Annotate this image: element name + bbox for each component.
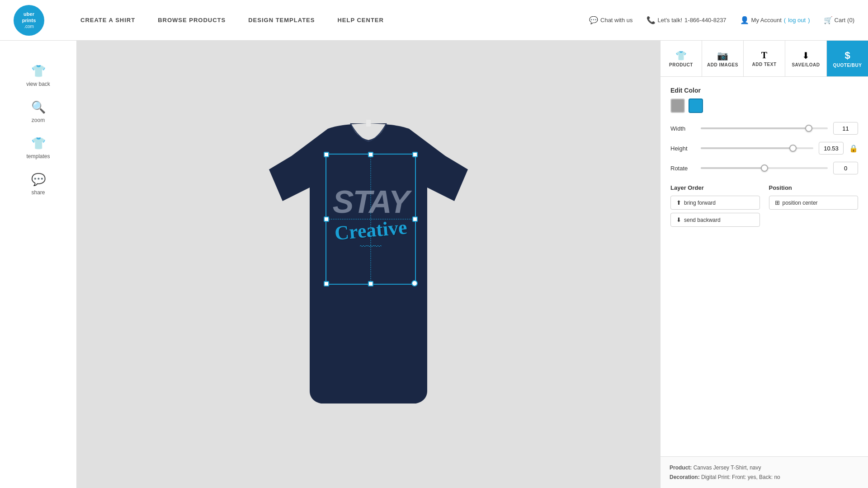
product-info-product: Product: Canvas Jersey T-Shirt, navy (670, 463, 859, 472)
logout-link[interactable]: log out (788, 17, 806, 23)
sidebar-label-view-back: view back (26, 81, 50, 87)
phone-link[interactable]: 📞 Let's talk! 1-866-440-8237 (646, 16, 726, 24)
position-label: Position (769, 184, 859, 191)
layer-position-row: Layer Order ⬆ bring forward ⬇ send backw… (670, 184, 858, 227)
send-backward-button[interactable]: ⬇ send backward (670, 213, 760, 227)
chat-link[interactable]: 💬 Chat with us (589, 16, 633, 24)
header: uber prints .com CREATE A SHIRT BROWSE P… (0, 0, 868, 41)
main-layout: 👕 view back 🔍 zoom 👕 templates 💬 share (0, 41, 868, 488)
sidebar-item-share[interactable]: 💬 share (9, 167, 68, 201)
height-slider-track[interactable] (701, 147, 813, 149)
tab-product-label: Product (669, 62, 693, 67)
canvas-area: STAY Creative 〰〰〰 (77, 41, 660, 488)
nav-design-templates[interactable]: DESIGN TEMPLATES (248, 17, 315, 23)
rotate-slider-track[interactable] (701, 167, 828, 169)
product-label: Product: (670, 465, 692, 471)
bring-forward-button[interactable]: ⬆ bring forward (670, 196, 760, 210)
add-text-icon: T (761, 50, 767, 61)
templates-icon: 👕 (31, 136, 46, 150)
tab-save-load[interactable]: ⬇ Save/Load (785, 41, 827, 76)
nav-browse-products[interactable]: BROWSE PRODUCTS (158, 17, 226, 23)
add-images-icon: 📷 (717, 50, 728, 61)
bring-forward-icon: ⬆ (676, 199, 681, 206)
edit-color-section: Edit Color (670, 87, 858, 113)
account-icon: 👤 (740, 16, 749, 24)
account-link[interactable]: 👤 My Account (log out) (740, 16, 810, 24)
main-nav: CREATE A SHIRT BROWSE PRODUCTS DESIGN TE… (80, 17, 589, 23)
svg-rect-0 (366, 120, 371, 127)
rotate-label: Rotate (670, 165, 695, 172)
tab-quote-buy[interactable]: $ Quote/Buy (827, 41, 868, 76)
tab-add-text-label: Add Text (752, 62, 777, 67)
handle-tr[interactable] (412, 152, 418, 157)
nav-help-center[interactable]: HELP CENTER (337, 17, 384, 23)
chat-icon: 💬 (589, 16, 598, 24)
product-icon: 👕 (675, 50, 687, 61)
rotate-input[interactable] (833, 162, 858, 174)
width-slider-thumb[interactable] (805, 125, 812, 132)
sidebar-item-zoom[interactable]: 🔍 zoom (9, 95, 68, 129)
zoom-icon: 🔍 (31, 100, 46, 114)
tab-save-load-label: Save/Load (792, 62, 820, 67)
send-backward-label: send backward (684, 217, 721, 223)
phone-icon: 📞 (646, 16, 656, 24)
share-icon: 💬 (31, 173, 46, 187)
position-center-button[interactable]: ⊞ position center (769, 196, 859, 210)
height-label: Height (670, 145, 695, 152)
position-center-label: position center (783, 200, 818, 206)
edit-color-label: Edit Color (670, 87, 858, 94)
handle-bl[interactable] (324, 281, 329, 286)
sidebar-item-view-back[interactable]: 👕 view back (9, 59, 68, 93)
tab-add-images-label: Add Images (707, 62, 738, 67)
width-row: Width (670, 122, 858, 135)
tab-product[interactable]: 👕 Product (660, 41, 702, 76)
color-swatch-gray[interactable] (670, 99, 685, 113)
logo[interactable]: uber prints .com (14, 5, 44, 36)
sidebar-label-share: share (31, 189, 45, 196)
tab-add-text[interactable]: T Add Text (744, 41, 785, 76)
color-swatches (670, 99, 858, 113)
handle-mr[interactable] (412, 216, 418, 222)
toolbar: 👕 Product 📷 Add Images T Add Text ⬇ Save… (660, 41, 868, 77)
crosshair-horizontal (326, 219, 415, 220)
height-slider-thumb[interactable] (789, 145, 797, 152)
height-input[interactable] (819, 142, 844, 155)
layer-order-label: Layer Order (670, 184, 760, 191)
position-section: Position ⊞ position center (769, 184, 859, 227)
sidebar-item-templates[interactable]: 👕 templates (9, 131, 68, 165)
layer-order-section: Layer Order ⬆ bring forward ⬇ send backw… (670, 184, 760, 227)
right-panel: 👕 Product 📷 Add Images T Add Text ⬇ Save… (660, 41, 868, 488)
send-backward-icon: ⬇ (676, 216, 681, 223)
quote-buy-icon: $ (844, 50, 850, 61)
handle-bm[interactable] (368, 281, 373, 286)
width-slider-track[interactable] (701, 127, 828, 129)
rotate-row: Rotate (670, 162, 858, 174)
shirt-container: STAY Creative 〰〰〰 (255, 111, 481, 418)
product-info: Product: Canvas Jersey T-Shirt, navy Dec… (660, 456, 868, 488)
cart-link[interactable]: 🛒 Cart (0) (824, 16, 854, 24)
design-selection[interactable]: STAY Creative 〰〰〰 (326, 154, 416, 285)
width-label: Width (670, 125, 695, 132)
nav-create-shirt[interactable]: CREATE A SHIRT (80, 17, 135, 23)
handle-tm[interactable] (368, 152, 373, 157)
handle-tl[interactable] (324, 152, 329, 157)
tab-quote-buy-label: Quote/Buy (833, 63, 862, 68)
height-slider-fill (701, 147, 793, 149)
tab-add-images[interactable]: 📷 Add Images (702, 41, 744, 76)
product-value: Canvas Jersey T-Shirt, navy (693, 465, 761, 471)
width-input[interactable] (833, 122, 858, 135)
sidebar-label-templates: templates (26, 153, 50, 160)
top-links: 💬 Chat with us 📞 Let's talk! 1-866-440-8… (589, 16, 854, 24)
panel-content: Edit Color Width Height (660, 77, 868, 456)
height-row: Height 🔒 (670, 142, 858, 155)
handle-ml[interactable] (324, 216, 329, 222)
lock-icon[interactable]: 🔒 (849, 144, 858, 153)
color-swatch-blue[interactable] (689, 99, 703, 113)
rotate-slider-thumb[interactable] (761, 164, 768, 172)
width-slider-fill (701, 127, 809, 129)
position-center-icon: ⊞ (775, 199, 780, 206)
view-back-icon: 👕 (31, 64, 46, 78)
handle-br[interactable] (411, 280, 418, 286)
save-load-icon: ⬇ (802, 50, 810, 61)
sidebar-label-zoom: zoom (32, 117, 45, 123)
